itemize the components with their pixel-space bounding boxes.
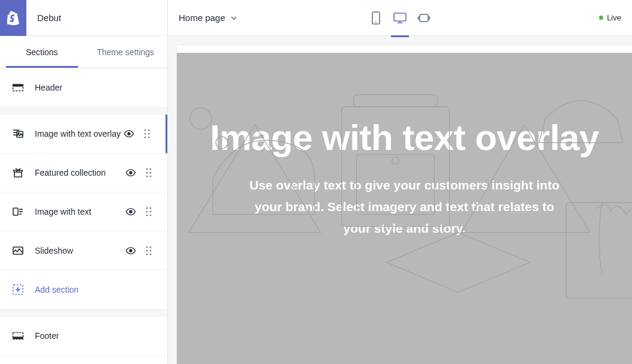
section-label: Slideshow (35, 246, 125, 255)
image-with-text-icon (12, 206, 24, 218)
svg-point-31 (150, 215, 152, 216)
svg-point-6 (18, 133, 19, 134)
svg-point-34 (146, 246, 148, 248)
svg-point-20 (150, 176, 152, 178)
svg-rect-1 (13, 85, 23, 87)
svg-point-7 (127, 132, 130, 135)
svg-point-9 (148, 130, 150, 131)
tab-sections-label: Sections (26, 47, 58, 57)
section-row-actions (124, 128, 155, 139)
svg-point-33 (129, 249, 132, 252)
svg-point-14 (129, 171, 132, 174)
section-label: Footer (35, 331, 157, 341)
hero-subtitle: Use overlay text to give your customers … (243, 175, 567, 239)
svg-point-15 (146, 169, 148, 170)
section-row-image-with-text[interactable]: Image with text (0, 192, 167, 231)
section-list: Header Image with text overlay (0, 68, 167, 356)
svg-point-27 (150, 207, 152, 209)
section-row-slideshow[interactable]: Slideshow (0, 231, 167, 270)
viewport-mobile-button[interactable] (368, 6, 384, 30)
section-row-image-text-overlay[interactable]: Image with text overlay (0, 115, 167, 154)
section-label: Image with text overlay (35, 129, 124, 139)
svg-point-51 (190, 108, 212, 130)
app-root: Debut Sections Theme settings Header (0, 0, 632, 364)
page-selector-label: Home page (179, 13, 225, 23)
drag-handle-icon[interactable] (146, 167, 157, 178)
section-row-header[interactable]: Header (0, 68, 167, 107)
status-indicator: Live (599, 13, 621, 22)
svg-point-29 (150, 211, 152, 213)
section-label: Featured collection (35, 168, 125, 178)
svg-point-36 (146, 250, 148, 252)
svg-rect-47 (394, 13, 406, 21)
svg-point-12 (145, 137, 146, 139)
sidebar-header: Debut (0, 0, 167, 36)
viewport-fullwidth-button[interactable] (416, 6, 432, 30)
section-row-featured-collection[interactable]: Featured collection (0, 154, 167, 192)
chevron-down-icon (230, 14, 237, 22)
sidebar-tabs: Sections Theme settings (0, 36, 167, 68)
image-text-overlay-icon (12, 128, 24, 140)
svg-point-46 (375, 22, 377, 23)
add-section-icon (12, 284, 24, 296)
visibility-toggle-icon[interactable] (125, 167, 136, 178)
visibility-toggle-icon[interactable] (125, 245, 136, 256)
sidebar: Debut Sections Theme settings Header (0, 0, 168, 364)
svg-rect-44 (13, 337, 23, 339)
add-section-button[interactable]: Add section (0, 270, 167, 309)
section-label: Header (35, 83, 157, 92)
section-row-actions (125, 167, 157, 178)
shopify-logo-icon[interactable] (0, 0, 26, 36)
svg-point-17 (146, 172, 148, 174)
status-label: Live (607, 13, 621, 22)
status-dot-icon (599, 16, 603, 20)
preview-topstrip (176, 44, 632, 53)
drag-handle-icon[interactable] (144, 128, 155, 139)
svg-point-16 (150, 169, 152, 170)
svg-point-28 (146, 211, 148, 213)
visibility-toggle-icon[interactable] (124, 128, 134, 139)
svg-point-11 (148, 133, 150, 135)
svg-point-56 (392, 157, 399, 164)
svg-point-19 (146, 176, 148, 178)
preview-frame: Image with text overlay Use overlay text… (176, 53, 632, 364)
svg-point-30 (146, 215, 148, 216)
svg-point-8 (145, 130, 146, 131)
main-area: Home page Live (168, 0, 632, 364)
preview-container: Image with text overlay Use overlay text… (168, 36, 632, 364)
tab-theme-settings[interactable]: Theme settings (84, 36, 168, 68)
svg-rect-21 (13, 208, 18, 215)
visibility-toggle-icon[interactable] (125, 206, 136, 217)
footer-section-icon (12, 330, 24, 342)
slideshow-icon (12, 245, 24, 257)
tab-theme-settings-label: Theme settings (97, 47, 154, 57)
svg-point-38 (146, 254, 148, 255)
svg-point-18 (150, 172, 152, 174)
svg-rect-54 (354, 95, 438, 107)
svg-point-26 (146, 207, 148, 209)
hero-title: Image with text overlay (210, 118, 599, 158)
section-row-actions (125, 245, 157, 256)
svg-point-35 (150, 246, 152, 248)
svg-point-13 (148, 137, 150, 139)
topbar: Home page Live (168, 0, 632, 36)
theme-name: Debut (26, 13, 61, 23)
svg-point-10 (145, 133, 146, 135)
svg-rect-50 (420, 14, 428, 22)
section-divider (0, 107, 167, 115)
drag-handle-icon[interactable] (146, 245, 157, 256)
svg-point-39 (150, 254, 152, 255)
section-label: Add section (35, 285, 157, 294)
section-label: Image with text (35, 207, 125, 216)
viewport-desktop-button[interactable] (392, 6, 408, 30)
section-row-footer[interactable]: Footer (0, 317, 167, 356)
tab-sections[interactable]: Sections (0, 36, 84, 68)
drag-handle-icon[interactable] (146, 206, 157, 217)
page-selector[interactable]: Home page (179, 13, 237, 23)
viewport-switcher (368, 6, 432, 30)
section-row-actions (125, 206, 157, 217)
header-section-icon (12, 82, 24, 94)
svg-point-25 (129, 210, 132, 213)
svg-rect-57 (566, 203, 632, 299)
section-divider (0, 309, 167, 317)
